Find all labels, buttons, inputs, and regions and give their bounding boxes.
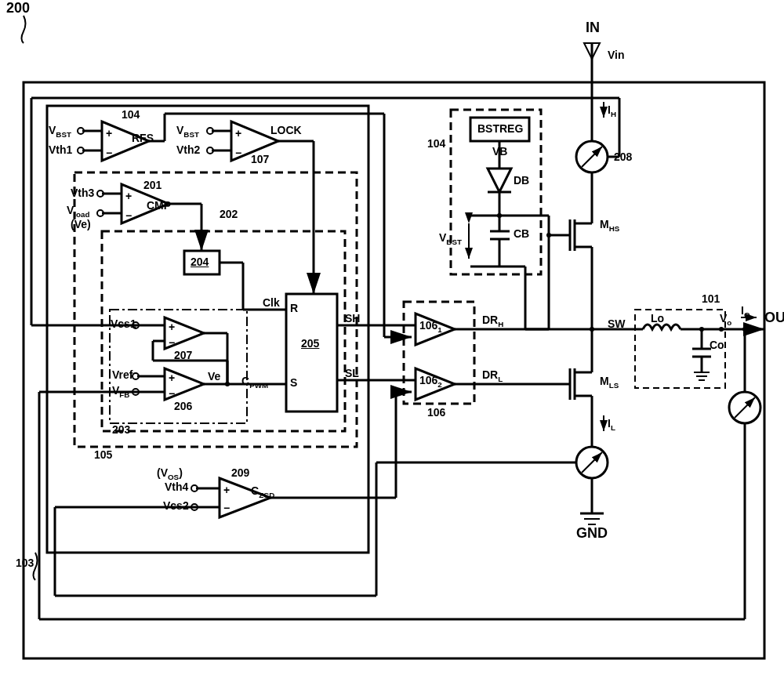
svg-rect-3	[102, 231, 345, 431]
ref-101: 101	[702, 292, 720, 305]
ref-103: 103	[16, 557, 34, 569]
svg-text:+: +	[169, 372, 175, 384]
label-vth2: Vth2	[176, 143, 200, 156]
label-vcs2: Vcs2	[163, 499, 189, 512]
label-vth3: Vth3	[71, 187, 94, 199]
schematic-diagram: + − + − + − + − + −	[0, 0, 784, 689]
pin-in: IN	[586, 20, 600, 36]
svg-text:+: +	[106, 127, 112, 140]
label-vref: Vref	[112, 368, 132, 381]
label-io: IO	[741, 304, 750, 319]
label-mls: MLS	[600, 375, 619, 390]
ref-105: 105	[94, 448, 112, 461]
b205-r: R	[290, 302, 298, 314]
label-vcs1: Vcs1	[111, 317, 136, 330]
ref-203: 203	[112, 423, 130, 436]
label-ve: Ve	[208, 370, 220, 383]
fig-ref-200: 200	[6, 0, 30, 16]
label-sl: SL	[345, 367, 359, 379]
svg-rect-0	[24, 82, 764, 658]
label-vbst1: VBST	[49, 124, 71, 139]
ref-205: 205	[301, 337, 319, 350]
ref-204: 204	[191, 256, 209, 268]
circuit-svg: + − + − + − + − + −	[0, 0, 784, 689]
svg-text:−: −	[169, 336, 175, 349]
ref-209: 209	[231, 466, 249, 479]
svg-text:−: −	[223, 502, 230, 514]
label-lo: Lo	[651, 312, 664, 325]
label-vfb: VFB	[112, 384, 129, 399]
ref-104a: 104	[122, 108, 140, 121]
label-vin: Vin	[608, 49, 625, 61]
label-czcd: CZCD	[251, 484, 274, 499]
b205-s: S	[290, 376, 297, 389]
svg-text:−: −	[125, 209, 132, 222]
svg-line-111	[582, 452, 602, 473]
svg-line-132	[735, 397, 755, 418]
label-il: IL	[608, 417, 615, 432]
label-ih: IH	[608, 103, 616, 118]
label-co: Co	[710, 339, 724, 351]
label-mhs: MHS	[600, 218, 619, 233]
label-vo: Vo	[720, 312, 731, 327]
label-vth4: Vth4	[165, 480, 188, 493]
svg-text:−: −	[235, 147, 241, 159]
label-drl: DRL	[482, 368, 503, 383]
ref-106-1: 1061	[419, 319, 442, 334]
label-lock: LOCK	[270, 124, 302, 136]
svg-text:+: +	[235, 127, 241, 140]
ref-104b: 104	[427, 137, 445, 150]
pin-out: OUT	[764, 310, 784, 326]
ref-106-2: 1062	[419, 374, 442, 389]
svg-text:−: −	[169, 387, 175, 400]
label-drh: DRH	[482, 314, 503, 328]
label-cpwm: CPWM	[241, 375, 268, 390]
svg-point-89	[546, 233, 551, 238]
svg-point-119	[699, 327, 704, 332]
ref-208: 208	[614, 150, 632, 163]
label-vos: (VOS)	[157, 466, 183, 481]
ref-201: 201	[143, 179, 162, 191]
label-vbst-cap: VBST	[439, 231, 462, 246]
ref-207: 207	[174, 349, 192, 361]
label-vload: Vload	[67, 204, 89, 219]
label-cb: CB	[514, 227, 529, 240]
svg-point-128	[719, 327, 724, 332]
svg-line-93	[582, 147, 602, 167]
label-vload-ve: (Ve)	[71, 218, 91, 230]
label-vbst2: VBST	[176, 124, 199, 139]
svg-point-130	[742, 327, 747, 332]
ref-202: 202	[220, 208, 238, 220]
svg-text:+: +	[223, 484, 230, 496]
label-rfs: RFS	[132, 132, 154, 144]
label-vb: VB	[492, 145, 507, 158]
label-vth1: Vth1	[49, 143, 72, 156]
label-cmp: CMP	[147, 199, 171, 212]
label-sh: SH	[345, 312, 360, 325]
label-bstreg: BSTREG	[477, 122, 523, 135]
svg-text:−: −	[106, 147, 112, 159]
pin-gnd: GND	[576, 525, 608, 542]
svg-text:+: +	[125, 190, 132, 202]
svg-text:+: +	[169, 321, 175, 333]
pin-sw: SW	[608, 317, 626, 330]
label-db: DB	[514, 174, 529, 187]
ref-106: 106	[427, 406, 445, 419]
ref-206: 206	[174, 400, 192, 412]
ref-107: 107	[251, 153, 269, 165]
label-clk: Clk	[263, 296, 280, 309]
